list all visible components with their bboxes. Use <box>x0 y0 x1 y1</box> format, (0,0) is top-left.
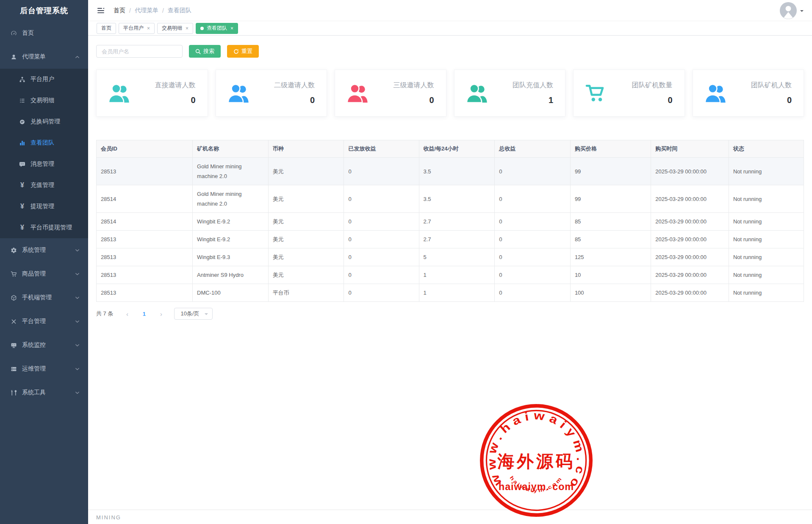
user-menu-caret-icon[interactable] <box>800 10 804 14</box>
sidebar-item-label: 平台用户 <box>30 75 54 83</box>
sidebar-item-platform-management[interactable]: 平台管理 <box>0 309 88 333</box>
sidebar-item-label: 系统监控 <box>22 341 46 349</box>
stamp-bottom-text: haiwaiym.com <box>509 475 564 493</box>
tab-label: 平台用户 <box>123 25 144 32</box>
table-cell: 99 <box>570 158 651 185</box>
sidebar-item-transaction-details[interactable]: 交易明细 <box>0 90 88 111</box>
stat-label: 团队矿机数量 <box>632 81 673 90</box>
sidebar-item-label: 系统工具 <box>22 389 46 396</box>
table-cell: 85 <box>570 213 651 231</box>
sidebar-item-label: 平台管理 <box>22 318 46 325</box>
chevron-up-icon <box>75 55 80 59</box>
search-button-label: 搜索 <box>203 47 214 55</box>
table-body: 28513Gold Miner mining machine 2.0美元03.5… <box>97 158 804 302</box>
table-cell: 0 <box>495 266 571 284</box>
tab-view-team[interactable]: 查看团队× <box>196 23 238 34</box>
dashboard-icon <box>10 30 17 37</box>
column-header: 币种 <box>268 140 344 158</box>
member-username-input[interactable] <box>96 45 183 58</box>
pagination-page-1[interactable]: 1 <box>138 308 150 320</box>
sidebar-item-system-tools[interactable]: 系统工具 <box>0 381 88 404</box>
sidebar-item-platform-coin-withdraw[interactable]: ¥平台币提现管理 <box>0 217 88 238</box>
sitemap-icon <box>19 76 26 83</box>
sidebar-item-recharge-management[interactable]: ¥充值管理 <box>0 175 88 196</box>
table-header-row: 会员ID矿机名称币种已发放收益收益/每24小时总收益购买价格购买时间状态 <box>97 140 804 158</box>
pagination: 共 7 条 ‹ 1 › 10条/页 <box>96 308 804 320</box>
table-row: 28513Gold Miner mining machine 2.0美元03.5… <box>97 158 804 185</box>
table-cell: 美元 <box>268 248 344 266</box>
page-size-select[interactable]: 10条/页 <box>174 308 212 320</box>
sidebar-item-label: 手机端管理 <box>22 294 52 301</box>
table-cell: 0 <box>344 248 419 266</box>
footer-brand: MINING <box>96 514 121 521</box>
search-icon <box>195 49 201 54</box>
search-button[interactable]: 搜索 <box>189 45 221 58</box>
sidebar-item-ops-management[interactable]: 运维管理 <box>0 357 88 381</box>
table-cell: DMC-100 <box>193 284 269 302</box>
stat-card-team-miner-users: 团队矿机人数0 <box>693 70 804 117</box>
column-header: 状态 <box>729 140 804 158</box>
table-cell: 0 <box>495 284 571 302</box>
sidebar-item-goods-management[interactable]: 商品管理 <box>0 262 88 286</box>
sidebar-item-label: 商品管理 <box>22 270 46 278</box>
content: 搜索 重置 直接邀请人数0二级邀请人数0三级邀请人数0团队充值人数1团队矿机数量… <box>88 45 812 320</box>
table-cell: 2025-03-29 00:00:00 <box>651 248 729 266</box>
sidebar-item-mobile-management[interactable]: 手机端管理 <box>0 286 88 309</box>
table-cell: 2.7 <box>419 213 495 231</box>
app-title: 后台管理系统 <box>0 0 88 21</box>
sidebar-submenu-agent-menu: 平台用户交易明细兑换码管理查看团队消息管理¥充值管理¥提现管理¥平台币提现管理 <box>0 69 88 238</box>
sidebar-item-agent-menu[interactable]: 代理菜单 <box>0 45 88 69</box>
tab-close-icon[interactable]: × <box>147 25 150 31</box>
table-cell: 28513 <box>97 266 193 284</box>
sidebar-item-platform-users[interactable]: 平台用户 <box>0 69 88 90</box>
reset-button[interactable]: 重置 <box>227 45 259 58</box>
sidebar-item-view-team[interactable]: 查看团队 <box>0 132 88 153</box>
stat-label: 团队充值人数 <box>513 81 553 90</box>
users-icon <box>108 83 130 103</box>
chevron-down-icon <box>75 295 80 300</box>
yen-icon: ¥ <box>19 224 26 231</box>
wrench-icon <box>10 389 17 396</box>
table-cell: 美元 <box>268 158 344 185</box>
user-menu <box>780 2 804 19</box>
table-cell: 0 <box>495 213 571 231</box>
table-cell: 2025-03-29 00:00:00 <box>651 158 729 185</box>
tab-home[interactable]: 首页 <box>97 23 116 34</box>
table-cell: Not running <box>729 248 804 266</box>
users-icon <box>705 83 727 103</box>
avatar[interactable] <box>780 2 797 19</box>
table-cell: 85 <box>570 231 651 248</box>
table-row: 28514Gold Miner mining machine 2.0美元03.5… <box>97 185 804 213</box>
breadcrumb-home[interactable]: 首页 <box>114 7 125 14</box>
tab-transaction-details[interactable]: 交易明细× <box>157 23 193 34</box>
table-cell: 10 <box>570 266 651 284</box>
sidebar-item-home[interactable]: 首页 <box>0 21 88 45</box>
svg-text:www.haiwaiym.com: www.haiwaiym.com <box>477 401 588 493</box>
sidebar-item-redeem-code-management[interactable]: 兑换码管理 <box>0 111 88 132</box>
svg-text:haiwaiym.com: haiwaiym.com <box>509 475 564 493</box>
stat-value: 0 <box>394 95 434 105</box>
sidebar-item-system-management[interactable]: 系统管理 <box>0 238 88 262</box>
coin-icon <box>19 118 26 125</box>
sidebar-item-message-management[interactable]: 消息管理 <box>0 153 88 175</box>
pagination-next-button[interactable]: › <box>155 308 167 320</box>
chevron-down-icon <box>75 343 80 348</box>
sidebar-collapse-icon[interactable] <box>97 6 105 15</box>
tab-close-icon[interactable]: × <box>186 25 188 31</box>
active-tab-dot-icon <box>200 27 204 30</box>
table-cell: 0 <box>344 158 419 185</box>
stat-value: 0 <box>632 95 673 105</box>
pagination-total: 共 7 条 <box>96 310 113 318</box>
pagination-prev-button[interactable]: ‹ <box>121 308 133 320</box>
table-cell: 1 <box>419 284 495 302</box>
tab-platform-users[interactable]: 平台用户× <box>119 23 155 34</box>
breadcrumb-separator: / <box>129 7 131 14</box>
sidebar-item-withdraw-management[interactable]: ¥提现管理 <box>0 196 88 217</box>
stat-value: 0 <box>751 95 792 105</box>
sidebar-item-system-monitor[interactable]: 系统监控 <box>0 333 88 357</box>
table-row: 28513DMC-100平台币0101002025-03-29 00:00:00… <box>97 284 804 302</box>
tab-close-icon[interactable]: × <box>230 25 233 31</box>
table-cell: 28513 <box>97 231 193 248</box>
table-cell: 1 <box>419 266 495 284</box>
table-cell: Wingbit E-9.3 <box>193 248 269 266</box>
